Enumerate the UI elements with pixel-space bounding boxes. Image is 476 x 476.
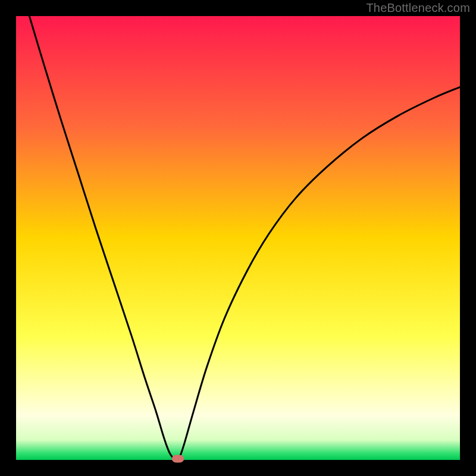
bottleneck-chart <box>16 16 460 460</box>
watermark-text: TheBottleneck.com <box>366 1 470 15</box>
current-point-marker <box>172 455 184 462</box>
plot-area <box>16 16 460 460</box>
stage: TheBottleneck.com <box>0 0 476 476</box>
chart-background <box>16 16 460 460</box>
